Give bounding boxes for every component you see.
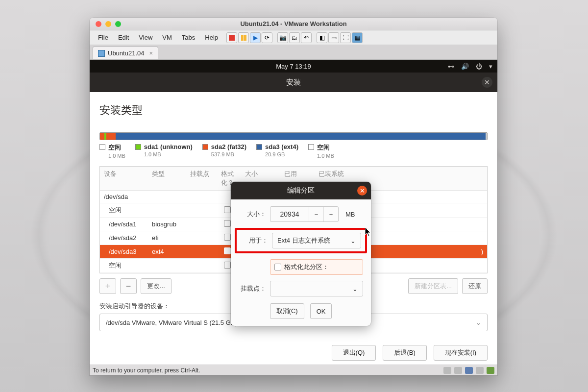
menu-vm[interactable]: VM	[158, 30, 176, 45]
close-icon[interactable]	[96, 21, 101, 27]
format-checkbox[interactable]	[224, 220, 231, 227]
cell-device: 空闲	[100, 259, 148, 272]
status-bar: To return to your computer, press Ctrl-A…	[90, 365, 497, 375]
cancel-button[interactable]: 取消(C)	[270, 303, 304, 319]
use-as-label: 用于：	[241, 236, 268, 245]
revert-icon[interactable]: ↶	[301, 32, 312, 43]
chevron-down-icon: ⌄	[476, 319, 481, 326]
ubuntu-top-bar: May 7 13:19 ⊷ 🔊 ⏻ ▾	[90, 60, 497, 73]
network-icon[interactable]: ⊷	[448, 63, 454, 70]
thumbnail-icon[interactable]: ▦	[352, 32, 363, 43]
fullscreen-icon[interactable]: ⛶	[340, 32, 351, 43]
console-icon[interactable]: ▭	[328, 32, 339, 43]
add-button[interactable]: +	[99, 278, 116, 294]
cell-device: /dev/sda	[100, 191, 148, 203]
menu-help[interactable]: Help	[200, 30, 222, 45]
network-icon[interactable]	[465, 367, 473, 374]
menu-file[interactable]: File	[94, 30, 113, 45]
format-checkbox[interactable]	[224, 234, 231, 241]
size-stepper[interactable]: 20934 − +	[270, 206, 339, 222]
usb-icon[interactable]	[476, 367, 484, 374]
size-row: 大小： 20934 − + MB	[239, 206, 363, 222]
unity-icon[interactable]: ◧	[317, 32, 327, 43]
window-title: Ubuntu21.04 - VMware Workstation	[90, 20, 497, 27]
clock-label: May 7 13:19	[276, 63, 311, 70]
menu-view[interactable]: View	[134, 30, 157, 45]
menu-bar: File Edit View VM Tabs Help ▶ ⟳ 📷 🗂 ↶ ◧ …	[90, 30, 497, 45]
legend-size: 537.9 MB	[211, 151, 234, 157]
quit-button[interactable]: 退出(Q)	[332, 345, 376, 361]
menu-tabs[interactable]: Tabs	[177, 30, 199, 45]
remove-button[interactable]: −	[120, 278, 137, 294]
mount-select[interactable]: ⌄	[270, 281, 363, 296]
power-icon[interactable]: ⏻	[476, 63, 482, 70]
mount-label: 挂载点：	[239, 284, 266, 293]
zoom-icon[interactable]	[115, 21, 121, 27]
seg-sda2	[106, 133, 116, 140]
minimize-icon[interactable]	[105, 21, 111, 27]
format-checkbox[interactable]	[224, 262, 231, 269]
revert-button[interactable]: 还原	[462, 278, 488, 294]
use-as-select[interactable]: Ext4 日志文件系统 ⌄	[272, 233, 361, 248]
sound-icon[interactable]: 🔊	[461, 63, 469, 70]
close-icon[interactable]: ✕	[357, 186, 367, 196]
partition-legend: 空闲1.0 MB sda1 (unknown)1.0 MB sda2 (fat3…	[99, 143, 488, 159]
system-tray[interactable]: ⊷ 🔊 ⏻ ▾	[448, 63, 492, 70]
format-checkbox[interactable]	[224, 206, 231, 213]
traffic-lights	[90, 21, 121, 27]
ok-button[interactable]: OK	[310, 303, 332, 319]
format-row[interactable]: 格式化此分区：	[270, 259, 363, 275]
cell-device: /dev/sda1	[100, 218, 148, 230]
size-label: 大小：	[239, 210, 266, 219]
install-button[interactable]: 现在安装(I)	[434, 345, 488, 361]
tab-close-icon[interactable]: ×	[149, 49, 153, 57]
chevron-down-icon: ⌄	[352, 285, 358, 293]
change-button[interactable]: 更改...	[141, 278, 172, 294]
disk-icon[interactable]	[443, 367, 451, 374]
menu-edit[interactable]: Edit	[114, 30, 133, 45]
legend-size: 1.0 MB	[317, 153, 334, 159]
legend-label: sda1 (unknown)	[144, 143, 193, 150]
swatch-icon	[256, 144, 262, 150]
swatch-icon	[308, 144, 314, 150]
cell-type: ext4	[148, 245, 186, 258]
plus-button[interactable]: +	[323, 207, 338, 221]
legend-size: 1.0 MB	[144, 151, 161, 157]
minus-button[interactable]: −	[309, 207, 323, 221]
col-type: 类型	[148, 167, 186, 190]
wizard-actions: 退出(Q) 后退(B) 现在安装(I)	[99, 345, 488, 361]
power-off-icon[interactable]	[226, 32, 237, 43]
format-checkbox[interactable]	[224, 247, 231, 254]
snapshot-manager-icon[interactable]: 🗂	[289, 32, 300, 43]
tab-strip: Ubuntu21.04 ×	[90, 45, 497, 60]
cd-icon[interactable]	[454, 367, 462, 374]
dialog-title: 编辑分区	[287, 186, 315, 195]
back-button[interactable]: 后退(B)	[383, 345, 426, 361]
toolbar: ▶ ⟳ 📷 🗂 ↶ ◧ ▭ ⛶ ▦	[226, 32, 363, 43]
cell-type: biosgrub	[148, 218, 186, 230]
cycle-icon[interactable]: ⟳	[262, 32, 272, 43]
dialog-title-bar: 编辑分区 ✕	[231, 182, 371, 199]
page-title: 安装类型	[99, 103, 488, 118]
col-device: 设备	[100, 167, 148, 190]
status-hint: To return to your computer, press Ctrl-A…	[93, 367, 200, 374]
new-table-button[interactable]: 新建分区表...	[408, 278, 458, 294]
close-icon[interactable]: ✕	[482, 77, 492, 88]
use-as-row: 用于： Ext4 日志文件系统 ⌄	[241, 233, 361, 248]
sound-icon[interactable]	[487, 367, 494, 374]
seg-sda3	[116, 133, 486, 140]
legend-sda1: sda1 (unknown)1.0 MB	[135, 143, 193, 159]
size-input[interactable]: 20934	[270, 210, 309, 218]
format-checkbox[interactable]	[274, 264, 281, 270]
swatch-icon	[99, 144, 105, 150]
snapshot-icon[interactable]: 📷	[277, 32, 288, 43]
vm-tab[interactable]: Ubuntu21.04 ×	[93, 47, 158, 59]
dialog-actions: 取消(C) OK	[231, 303, 371, 326]
play-icon[interactable]: ▶	[250, 32, 261, 43]
use-as-value: Ext4 日志文件系统	[277, 236, 330, 245]
chevron-down-icon[interactable]: ▾	[489, 63, 492, 70]
partition-bar	[99, 132, 488, 140]
pause-icon[interactable]	[238, 32, 249, 43]
format-label: 格式化此分区：	[284, 263, 329, 271]
cell-device: /dev/sda2	[100, 232, 148, 244]
